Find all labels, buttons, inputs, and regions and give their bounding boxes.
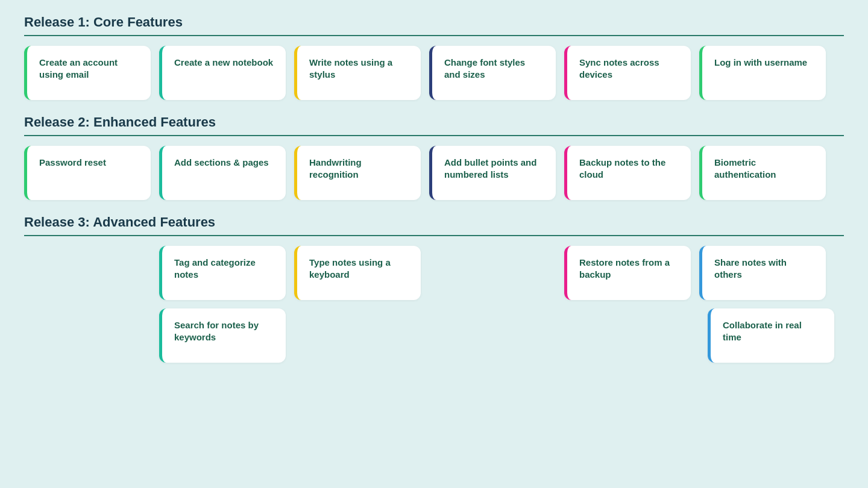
card-text-log-in: Log in with username <box>714 57 807 69</box>
section-divider-release1 <box>24 35 844 36</box>
section-title-release1: Release 1: Core Features <box>24 14 844 30</box>
section-divider-release2 <box>24 135 844 136</box>
section-divider-release3 <box>24 235 844 236</box>
card-create-account[interactable]: Create an account using email <box>24 46 151 100</box>
card-write-stylus[interactable]: Write notes using a stylus <box>294 46 421 100</box>
cards-grid-release1: Create an account using emailCreate a ne… <box>24 46 844 100</box>
card-text-add-sections: Add sections & pages <box>174 157 269 169</box>
release3-row2: Search for notes by keywordsCollaborate … <box>24 308 844 363</box>
card-text-backup-cloud: Backup notes to the cloud <box>579 157 679 181</box>
card-add-sections[interactable]: Add sections & pages <box>159 146 286 200</box>
card-text-change-font: Change font styles and sizes <box>444 57 544 81</box>
card-text-biometric: Biometric authentication <box>714 157 814 181</box>
card-search-keywords[interactable]: Search for notes by keywords <box>159 308 286 363</box>
card-text-create-account: Create an account using email <box>39 57 139 81</box>
card-tag-categorize[interactable]: Tag and categorize notes <box>159 246 286 300</box>
card-bullet-points[interactable]: Add bullet points and numbered lists <box>429 146 556 200</box>
card-backup-cloud[interactable]: Backup notes to the cloud <box>564 146 691 200</box>
card-handwriting[interactable]: Handwriting recognition <box>294 146 421 200</box>
card-text-collaborate: Collaborate in real time <box>723 319 822 344</box>
card-text-search-keywords: Search for notes by keywords <box>174 319 274 344</box>
card-log-in[interactable]: Log in with username <box>699 46 826 100</box>
card-restore-backup[interactable]: Restore notes from a backup <box>564 246 691 300</box>
section-title-release3: Release 3: Advanced Features <box>24 214 844 230</box>
card-text-create-notebook: Create a new notebook <box>174 57 273 69</box>
card-text-handwriting: Handwriting recognition <box>309 157 409 181</box>
card-text-tag-categorize: Tag and categorize notes <box>174 257 274 281</box>
card-sync-notes[interactable]: Sync notes across devices <box>564 46 691 100</box>
card-text-sync-notes: Sync notes across devices <box>579 57 679 81</box>
section-release1: Release 1: Core FeaturesCreate an accoun… <box>24 14 844 100</box>
card-text-password-reset: Password reset <box>39 157 106 169</box>
card-text-share-notes: Share notes with others <box>714 257 814 281</box>
section-release3: Release 3: Advanced FeaturesTag and cate… <box>24 214 844 363</box>
card-create-notebook[interactable]: Create a new notebook <box>159 46 286 100</box>
card-type-keyboard[interactable]: Type notes using a keyboard <box>294 246 421 300</box>
card-text-bullet-points: Add bullet points and numbered lists <box>444 157 544 181</box>
release3-row1: Tag and categorize notesType notes using… <box>24 246 844 300</box>
card-biometric[interactable]: Biometric authentication <box>699 146 826 200</box>
card-share-notes[interactable]: Share notes with others <box>699 246 826 300</box>
section-release2: Release 2: Enhanced FeaturesPassword res… <box>24 114 844 200</box>
card-collaborate[interactable]: Collaborate in real time <box>708 308 834 363</box>
card-text-write-stylus: Write notes using a stylus <box>309 57 409 81</box>
app-container: Release 1: Core FeaturesCreate an accoun… <box>24 14 844 363</box>
cards-grid-release2: Password resetAdd sections & pagesHandwr… <box>24 146 844 200</box>
card-text-type-keyboard: Type notes using a keyboard <box>309 257 409 281</box>
card-password-reset[interactable]: Password reset <box>24 146 151 200</box>
card-text-restore-backup: Restore notes from a backup <box>579 257 679 281</box>
card-change-font[interactable]: Change font styles and sizes <box>429 46 556 100</box>
section-title-release2: Release 2: Enhanced Features <box>24 114 844 130</box>
